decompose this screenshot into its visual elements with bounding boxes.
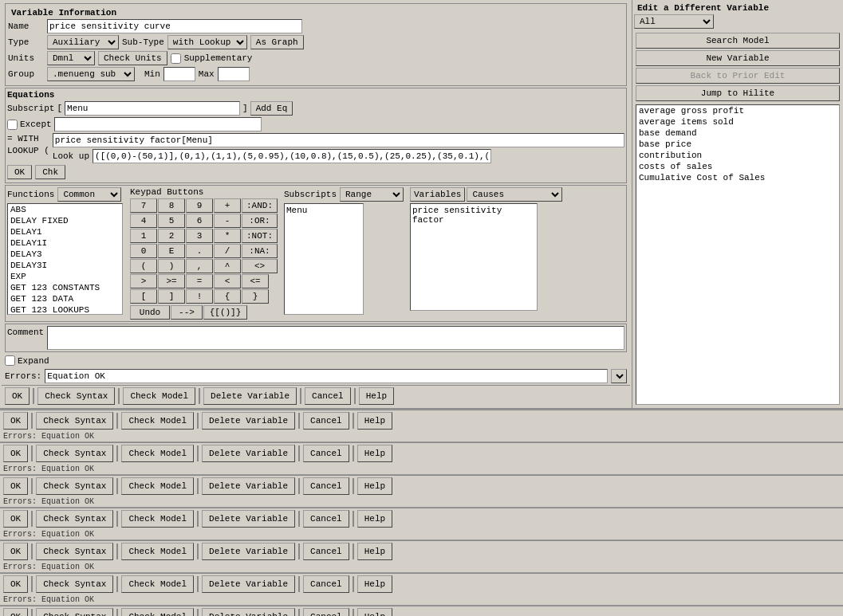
key-4[interactable]: 4 bbox=[130, 214, 157, 228]
row1-help[interactable]: Help bbox=[357, 412, 392, 430]
new-variable-button[interactable]: New Variable bbox=[636, 50, 840, 66]
key-comma[interactable]: , bbox=[186, 259, 213, 273]
key-6[interactable]: 6 bbox=[186, 214, 213, 228]
subscript-input[interactable] bbox=[65, 101, 240, 116]
key-divide[interactable]: / bbox=[214, 244, 241, 258]
variables-listbox[interactable]: price sensitivity factor bbox=[410, 203, 538, 311]
row5-cancel[interactable]: Cancel bbox=[303, 543, 349, 560]
key-eq[interactable]: = bbox=[186, 274, 213, 288]
arrow-button[interactable]: --> bbox=[171, 305, 203, 320]
row6-ok[interactable]: OK bbox=[3, 575, 28, 593]
functions-listbox[interactable]: ABS DELAY FIXED DELAY1 DELAY1I DELAY3 DE… bbox=[7, 203, 123, 315]
key-ne[interactable]: <> bbox=[242, 259, 278, 273]
func-EXP[interactable]: EXP bbox=[8, 271, 122, 282]
key-gt[interactable]: > bbox=[130, 274, 157, 288]
key-7[interactable]: 7 bbox=[130, 198, 157, 213]
row5-delete-variable[interactable]: Delete Variable bbox=[202, 543, 295, 560]
key-lte[interactable]: <= bbox=[242, 274, 269, 288]
row2-delete-variable[interactable]: Delete Variable bbox=[202, 445, 295, 462]
key-8[interactable]: 8 bbox=[158, 198, 185, 213]
functions-dropdown[interactable]: Common bbox=[57, 187, 121, 202]
right-var-3[interactable]: base demand bbox=[636, 128, 839, 139]
row5-help[interactable]: Help bbox=[357, 543, 392, 560]
key-0[interactable]: 0 bbox=[130, 244, 157, 258]
main-check-model-button[interactable]: Check Model bbox=[123, 387, 195, 405]
row7-delete-variable[interactable]: Delete Variable bbox=[202, 608, 295, 616]
row3-check-model[interactable]: Check Model bbox=[121, 477, 194, 495]
key-plus[interactable]: + bbox=[214, 198, 241, 213]
errors-dropdown[interactable] bbox=[611, 369, 627, 383]
row4-ok[interactable]: OK bbox=[3, 510, 28, 528]
row7-help[interactable]: Help bbox=[357, 608, 392, 616]
row7-cancel[interactable]: Cancel bbox=[303, 608, 349, 616]
right-var-5[interactable]: contribution bbox=[636, 150, 839, 161]
right-variables-list[interactable]: average gross profit average items sold … bbox=[636, 104, 840, 405]
main-check-syntax-button[interactable]: Check Syntax bbox=[37, 387, 115, 405]
row2-cancel[interactable]: Cancel bbox=[303, 445, 349, 462]
func-ABS[interactable]: ABS bbox=[8, 204, 122, 215]
key-na[interactable]: :NA: bbox=[242, 244, 278, 258]
key-minus[interactable]: - bbox=[214, 214, 241, 228]
lookup-formula-input[interactable] bbox=[53, 133, 624, 147]
key-2[interactable]: 2 bbox=[158, 229, 185, 243]
key-caret[interactable]: ^ bbox=[214, 259, 241, 273]
group-select[interactable]: .menueng sub bbox=[47, 67, 135, 81]
except-input[interactable] bbox=[54, 117, 262, 131]
back-to-prior-button[interactable]: Back to Prior Edit bbox=[636, 68, 840, 84]
row4-cancel[interactable]: Cancel bbox=[303, 510, 349, 528]
key-lt[interactable]: < bbox=[214, 274, 241, 288]
undo-button[interactable]: Undo bbox=[130, 305, 170, 320]
row2-check-model[interactable]: Check Model bbox=[121, 445, 194, 462]
row4-delete-variable[interactable]: Delete Variable bbox=[202, 510, 295, 528]
key-E[interactable]: E bbox=[158, 244, 185, 258]
jump-to-hilite-button[interactable]: Jump to Hilite bbox=[636, 85, 840, 101]
type-select[interactable]: Auxiliary bbox=[47, 35, 119, 49]
all-dropdown[interactable]: All bbox=[634, 14, 714, 29]
key-exclaim[interactable]: ! bbox=[186, 289, 213, 304]
ok-button[interactable]: OK bbox=[7, 165, 32, 179]
right-var-1[interactable]: average gross profit bbox=[636, 105, 839, 116]
max-input[interactable] bbox=[218, 67, 250, 81]
row3-ok[interactable]: OK bbox=[3, 477, 28, 495]
main-help-button[interactable]: Help bbox=[359, 387, 394, 405]
expand-checkbox[interactable] bbox=[5, 355, 15, 366]
row3-help[interactable]: Help bbox=[357, 477, 392, 495]
row4-check-syntax[interactable]: Check Syntax bbox=[36, 510, 113, 528]
row3-cancel[interactable]: Cancel bbox=[303, 477, 349, 495]
lookup-value-input[interactable] bbox=[93, 149, 491, 163]
main-ok-button[interactable]: OK bbox=[5, 387, 30, 405]
key-multiply[interactable]: * bbox=[214, 229, 241, 243]
row4-check-model[interactable]: Check Model bbox=[121, 510, 194, 528]
except-checkbox[interactable] bbox=[7, 120, 18, 130]
search-model-button[interactable]: Search Model bbox=[636, 33, 840, 49]
main-delete-variable-button[interactable]: Delete Variable bbox=[203, 387, 297, 405]
row5-check-syntax[interactable]: Check Syntax bbox=[36, 543, 113, 560]
row1-delete-variable[interactable]: Delete Variable bbox=[202, 412, 295, 430]
row7-check-syntax[interactable]: Check Syntax bbox=[36, 608, 113, 616]
func-DELAY3[interactable]: DELAY3 bbox=[8, 249, 122, 260]
subscript-menu-item[interactable]: Menu bbox=[286, 206, 361, 215]
func-DELAY3I[interactable]: DELAY3I bbox=[8, 260, 122, 271]
func-GET123C[interactable]: GET 123 CONSTANTS bbox=[8, 282, 122, 293]
min-input[interactable] bbox=[163, 67, 195, 81]
row1-check-model[interactable]: Check Model bbox=[121, 412, 194, 430]
row1-check-syntax[interactable]: Check Syntax bbox=[36, 412, 113, 430]
right-var-6[interactable]: costs of sales bbox=[636, 161, 839, 172]
variables-button[interactable]: Variables bbox=[410, 187, 465, 202]
key-lbracket[interactable]: [ bbox=[130, 289, 157, 304]
causes-dropdown[interactable]: Causes bbox=[467, 187, 562, 202]
main-cancel-button[interactable]: Cancel bbox=[305, 387, 351, 405]
key-rparen[interactable]: ) bbox=[158, 259, 185, 273]
key-dot[interactable]: . bbox=[186, 244, 213, 258]
right-var-4[interactable]: base price bbox=[636, 139, 839, 150]
key-3[interactable]: 3 bbox=[186, 229, 213, 243]
key-1[interactable]: 1 bbox=[130, 229, 157, 243]
row1-cancel[interactable]: Cancel bbox=[303, 412, 349, 430]
row1-ok[interactable]: OK bbox=[3, 412, 28, 430]
row5-ok[interactable]: OK bbox=[3, 543, 28, 560]
key-or[interactable]: :OR: bbox=[242, 214, 278, 228]
add-eq-button[interactable]: Add Eq bbox=[250, 101, 293, 116]
row2-ok[interactable]: OK bbox=[3, 445, 28, 462]
comment-textarea[interactable] bbox=[47, 326, 624, 350]
row6-delete-variable[interactable]: Delete Variable bbox=[202, 575, 295, 593]
